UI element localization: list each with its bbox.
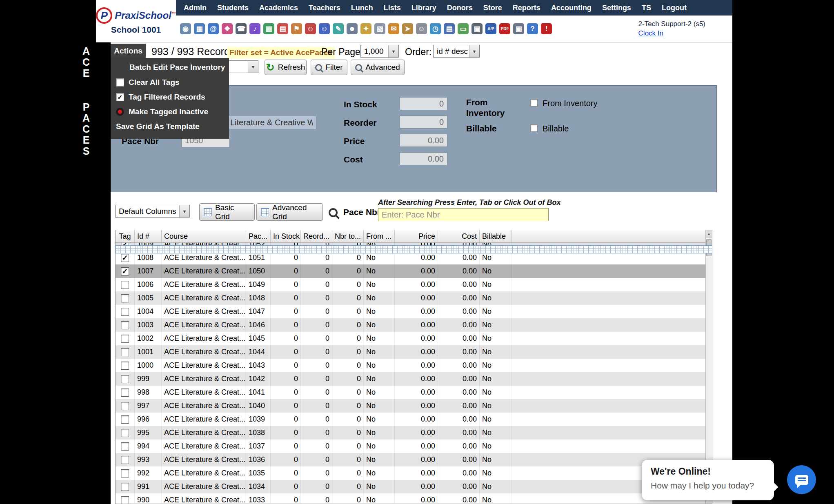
row-tag-checkbox[interactable] (121, 294, 129, 302)
refresh-button[interactable]: ↻ Refresh (265, 60, 307, 75)
table-row-1002[interactable]: 1002ACE Literature & Creat...1045000No0.… (116, 332, 705, 345)
table-row-998[interactable]: 998ACE Literature & Creat...1041000No0.0… (116, 386, 705, 399)
table-row-993[interactable]: 993ACE Literature & Creat...1036000No0.0… (116, 453, 705, 466)
pace-nbr-search-input[interactable] (378, 208, 549, 221)
nav-item-lists[interactable]: Lists (378, 4, 406, 12)
row-tag-checkbox[interactable] (121, 415, 129, 424)
basic-grid-button[interactable]: Basic Grid (199, 203, 255, 221)
price-input[interactable] (400, 134, 447, 147)
printer2-icon[interactable]: ▣ (513, 23, 524, 34)
menu-item-save-grid-as-template[interactable]: Save Grid As Template (111, 119, 229, 134)
nav-item-donors[interactable]: Donors (442, 4, 478, 12)
billable-checkbox[interactable] (530, 124, 538, 132)
ledger-icon[interactable]: ▤ (444, 23, 455, 34)
alert-icon[interactable]: ! (541, 23, 552, 34)
student-red-icon[interactable]: ☺ (305, 23, 316, 34)
table-row-997[interactable]: 997ACE Literature & Creat...1040000No0.0… (116, 399, 705, 413)
row-tag-checkbox[interactable] (121, 375, 129, 383)
per-page-select[interactable]: 1,000 ▼ (360, 45, 399, 58)
table-row-992[interactable]: 992ACE Literature & Creat...1035000No0.0… (116, 466, 705, 480)
row-tag-checkbox[interactable]: ✓ (121, 267, 129, 275)
nav-item-store[interactable]: Store (478, 4, 507, 12)
column-header-reord[interactable]: Reord... (301, 230, 332, 242)
row-tag-checkbox[interactable] (121, 389, 129, 397)
nav-item-library[interactable]: Library (406, 4, 442, 12)
filter-button[interactable]: Filter (311, 60, 347, 75)
nav-item-accounting[interactable]: Accounting (546, 4, 597, 12)
pdf-icon[interactable]: PDF (499, 23, 510, 34)
row-tag-checkbox[interactable]: ✓ (121, 254, 129, 262)
speaker-icon[interactable]: ♪ (249, 23, 260, 34)
email-at-icon[interactable]: @ (208, 23, 219, 34)
mail-forward-icon[interactable]: ➤ (402, 23, 413, 34)
table-row-1007[interactable]: ✓1007ACE Literature & Creat...1050000No0… (116, 264, 705, 278)
table-row-1006[interactable]: 1006ACE Literature & Creat...1049000No0.… (116, 278, 705, 291)
row-tag-checkbox[interactable] (121, 483, 129, 491)
from-inventory-checkbox[interactable] (530, 99, 538, 107)
row-tag-checkbox[interactable] (121, 321, 129, 329)
order-select[interactable]: id # desc ▼ (433, 45, 480, 58)
search-icon[interactable]: ◉ (180, 23, 191, 34)
column-header-tag[interactable]: Tag (116, 230, 135, 242)
row-tag-checkbox[interactable] (121, 429, 129, 437)
table-row-1004[interactable]: 1004ACE Literature & Creat...1047000No0.… (116, 305, 705, 318)
people-icon[interactable]: ☻ (347, 23, 358, 34)
printer-icon[interactable]: ▣ (471, 23, 483, 34)
column-header-in-stock[interactable]: In Stock (271, 230, 301, 242)
in-stock-input[interactable] (400, 97, 447, 110)
phone-icon[interactable]: ☎ (236, 23, 247, 34)
notes-icon[interactable]: ▧ (374, 23, 385, 34)
row-tag-checkbox[interactable] (121, 335, 129, 343)
column-header-price[interactable]: Price (395, 230, 438, 242)
column-header-nbr-to[interactable]: Nbr to... (332, 230, 364, 242)
keyboard-icon[interactable]: ▭ (458, 23, 469, 34)
lunch-icon[interactable]: ✦ (360, 23, 371, 34)
scroll-up-arrow-icon[interactable]: ▲ (706, 230, 712, 238)
table-row-994[interactable]: 994ACE Literature & Creat...1037000No0.0… (116, 440, 705, 453)
megaphone-icon[interactable]: ⚑ (291, 23, 302, 34)
table-row-1005[interactable]: 1005ACE Literature & Creat...1048000No0.… (116, 291, 705, 305)
nav-item-reports[interactable]: Reports (507, 4, 546, 12)
nav-item-logout[interactable]: Logout (656, 4, 692, 12)
column-header-billable[interactable]: Billable (480, 230, 512, 242)
row-tag-checkbox[interactable] (121, 496, 129, 504)
person-gray-icon[interactable]: ☺ (416, 23, 427, 34)
help-icon[interactable]: ? (527, 23, 538, 34)
row-tag-checkbox[interactable] (121, 348, 129, 356)
columns-select[interactable]: Default Columns ▼ (115, 205, 190, 218)
row-tag-checkbox[interactable] (121, 308, 129, 316)
chart-icon[interactable]: ▥ (263, 23, 274, 34)
column-header-course[interactable]: Course (162, 230, 246, 242)
nav-item-academics[interactable]: Academics (254, 4, 303, 12)
clock-icon[interactable]: ◷ (430, 23, 441, 34)
calendar-event-icon[interactable]: ▤ (277, 23, 288, 34)
mail-orange-icon[interactable]: ✉ (388, 23, 399, 34)
row-tag-checkbox[interactable] (121, 442, 129, 451)
column-header-id[interactable]: Id # (135, 230, 162, 242)
table-row-996[interactable]: 996ACE Literature & Creat...1039000No0.0… (116, 413, 705, 426)
menu-item-tag-filtered-records[interactable]: ✓Tag Filtered Records (111, 90, 229, 104)
column-header-from[interactable]: From ... (364, 230, 395, 242)
table-row-991[interactable]: 991ACE Literature & Creat...1034000No0.0… (116, 480, 705, 493)
nav-item-lunch[interactable]: Lunch (346, 4, 378, 12)
menu-item-clear-all-tags[interactable]: Clear All Tags (111, 75, 229, 90)
reorder-input[interactable] (400, 115, 447, 129)
row-tag-checkbox[interactable] (121, 402, 129, 410)
row-tag-checkbox[interactable] (121, 469, 129, 477)
candy-icon[interactable]: ❖ (222, 23, 233, 34)
chat-launcher-button[interactable] (787, 465, 816, 494)
menu-item-make-tagged-inactive[interactable]: Make Tagged Inactive (111, 104, 229, 119)
table-row-999[interactable]: 999ACE Literature & Creat...1042000No0.0… (116, 372, 705, 386)
row-tag-checkbox[interactable] (121, 281, 129, 289)
course-input[interactable] (227, 116, 316, 129)
table-row-1003[interactable]: 1003ACE Literature & Creat...1046000No0.… (116, 318, 705, 332)
eraser-icon[interactable]: ✎ (333, 23, 344, 34)
logo[interactable]: P PraxiSchool™ (96, 7, 176, 24)
calendar-grid-icon[interactable]: ▦ (194, 23, 205, 34)
column-header-cost[interactable]: Cost (438, 230, 480, 242)
ap-icon[interactable]: A/P (485, 23, 496, 34)
row-tag-checkbox[interactable] (121, 456, 129, 464)
clock-in-link[interactable]: Clock In (638, 29, 663, 38)
table-row-990[interactable]: 990ACE Literature & Creat...1033000No0.0… (116, 493, 705, 504)
advanced-grid-button[interactable]: Advanced Grid (256, 203, 323, 221)
